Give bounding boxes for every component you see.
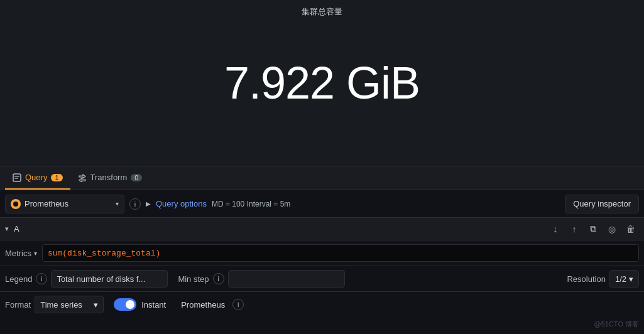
metrics-label-text: Metrics xyxy=(5,249,31,258)
tab-query-label: Query xyxy=(25,173,47,182)
query-block-a: ▾ A ↓ ↑ ⧉ ◎ 🗑 Metrics ▾ Legend i xyxy=(0,218,644,317)
tab-query[interactable]: Query 1 xyxy=(5,166,70,190)
resolution-label: Resolution xyxy=(567,274,605,284)
datasource-select[interactable]: Prometheus ▾ xyxy=(5,195,124,213)
legend-info-icon[interactable]: i xyxy=(36,273,47,284)
instant-toggle-group: Instant xyxy=(114,298,166,311)
query-input[interactable] xyxy=(42,244,639,262)
resolution-select[interactable]: 1/2 ▾ xyxy=(609,270,639,288)
hide-button[interactable]: ◎ xyxy=(604,221,620,237)
resolution-group: Resolution 1/2 ▾ xyxy=(567,270,639,288)
instant-label: Instant xyxy=(141,300,166,310)
expand-arrow-icon: ▶ xyxy=(146,200,151,207)
instant-datasource-group: Prometheus i xyxy=(181,299,244,310)
tab-query-badge: 1 xyxy=(51,174,62,181)
instant-datasource-label: Prometheus xyxy=(181,300,225,310)
delete-button[interactable]: 🗑 xyxy=(623,221,639,237)
format-select[interactable]: Time series ▾ xyxy=(35,296,104,313)
viz-panel: 集群总容量 7.922 GiB xyxy=(0,0,644,166)
tab-transform-badge: 0 xyxy=(131,174,142,181)
query-inspector-button[interactable]: Query inspector xyxy=(565,195,639,213)
query-icon xyxy=(13,173,21,182)
min-step-group: Min step i xyxy=(178,270,344,288)
editor-panel: Query 1 Transform 0 Prometheus ▾ i ▶ Que… xyxy=(0,166,644,334)
query-options-section[interactable]: ▶ Query options MD = 100 Interval = 5m xyxy=(146,199,560,208)
svg-rect-0 xyxy=(13,174,21,181)
datasource-label: Prometheus xyxy=(25,199,112,208)
tab-transform-label: Transform xyxy=(90,173,128,182)
instant-info-icon[interactable]: i xyxy=(232,299,244,310)
legend-label: Legend xyxy=(5,274,32,284)
min-step-input[interactable] xyxy=(228,270,345,288)
tab-bar: Query 1 Transform 0 xyxy=(0,166,644,190)
transform-icon xyxy=(78,173,87,182)
move-up-button[interactable]: ↑ xyxy=(566,221,582,237)
format-value: Time series xyxy=(40,300,82,310)
datasource-info-icon[interactable]: i xyxy=(129,198,141,210)
format-chevron-icon: ▾ xyxy=(94,300,98,310)
watermark: @51CTO 博客 xyxy=(594,320,639,329)
metrics-row: Metrics ▾ xyxy=(0,240,644,266)
instant-toggle[interactable] xyxy=(114,298,136,311)
collapse-icon[interactable]: ▾ xyxy=(5,225,9,233)
duplicate-button[interactable]: ⧉ xyxy=(585,221,601,237)
options-row: Legend i Min step i Resolution 1/2 ▾ xyxy=(0,266,644,292)
toggle-slider xyxy=(114,298,136,311)
metrics-select[interactable]: Metrics ▾ xyxy=(5,249,37,258)
datasource-row: Prometheus ▾ i ▶ Query options MD = 100 … xyxy=(0,190,644,218)
move-down-button[interactable]: ↓ xyxy=(547,221,564,237)
tab-transform[interactable]: Transform 0 xyxy=(70,166,150,190)
query-block-header: ▾ A ↓ ↑ ⧉ ◎ 🗑 xyxy=(0,218,644,240)
format-row: Format Time series ▾ Instant Prometheus … xyxy=(0,292,644,317)
prometheus-icon xyxy=(11,199,21,209)
query-actions: ↓ ↑ ⧉ ◎ 🗑 xyxy=(547,221,639,237)
resolution-chevron-icon: ▾ xyxy=(629,274,633,284)
format-group: Format Time series ▾ xyxy=(5,296,104,313)
legend-input[interactable] xyxy=(51,270,168,288)
resolution-value: 1/2 xyxy=(615,274,626,284)
query-options-meta: MD = 100 Interval = 5m xyxy=(212,200,290,208)
legend-group: Legend i xyxy=(5,270,168,288)
metrics-chevron-icon: ▾ xyxy=(34,250,37,257)
min-step-info-icon[interactable]: i xyxy=(213,273,224,284)
query-letter: A xyxy=(14,224,19,234)
panel-title: 集群总容量 xyxy=(302,6,342,18)
datasource-chevron-icon: ▾ xyxy=(116,200,119,207)
metric-value: 7.922 GiB xyxy=(224,57,420,109)
query-options-label: Query options xyxy=(156,199,207,208)
min-step-label: Min step xyxy=(178,274,209,284)
format-label: Format xyxy=(5,300,31,310)
